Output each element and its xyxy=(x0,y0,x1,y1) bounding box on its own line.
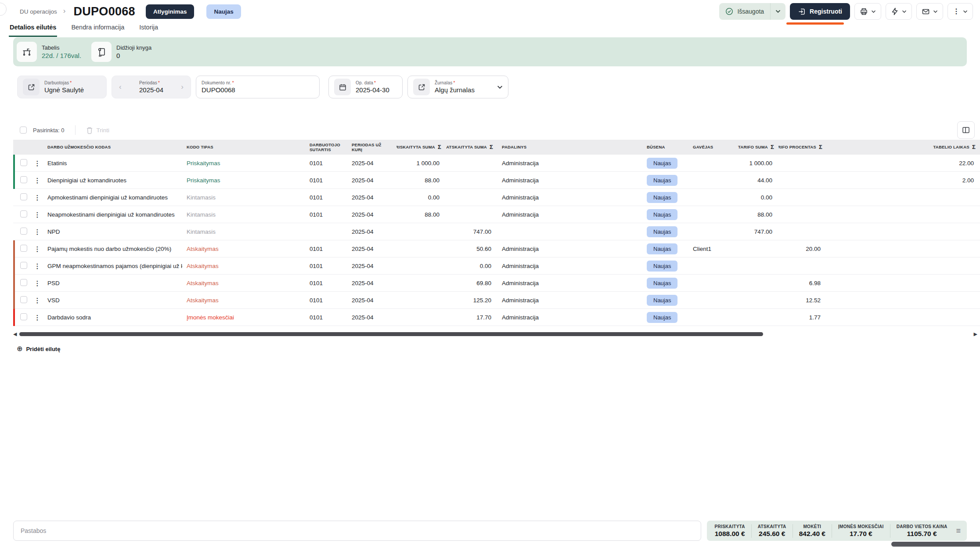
scrollbar-thumb[interactable] xyxy=(19,332,763,336)
table-row[interactable]: ⋮ NPD Kintamasis 2025-04 747.00 Naujas 7… xyxy=(13,223,980,240)
table-row[interactable]: ⋮ Dienpinigiai už komandiruotes Priskait… xyxy=(13,172,980,189)
document-status-badge: Naujas xyxy=(206,4,241,19)
sigma-icon[interactable]: Σ xyxy=(438,144,441,151)
delete-selected-button[interactable]: Trinti xyxy=(86,127,110,134)
row-checkbox[interactable] xyxy=(20,210,27,217)
row-checkbox[interactable] xyxy=(20,296,27,303)
row-menu-button[interactable]: ⋮ xyxy=(31,262,44,270)
chevron-down-icon xyxy=(871,10,876,13)
row-checkbox[interactable] xyxy=(20,313,27,320)
tab-istorija[interactable]: Istorija xyxy=(138,21,159,37)
previous-period-button[interactable]: ‹ xyxy=(117,83,123,91)
table-row[interactable]: ⋮ GPM neapmokestinamos pajamos (dienpini… xyxy=(13,257,980,275)
row-timesheet-time: 2.00 xyxy=(827,177,980,184)
column-header-timesheet[interactable]: TABELIO LAIKASΣ xyxy=(827,144,980,151)
print-menu-button[interactable] xyxy=(854,3,881,20)
column-header-period[interactable]: PERIODAS UŽ KURĮ xyxy=(347,142,396,152)
chevron-right-icon: › xyxy=(63,7,66,15)
sigma-icon[interactable]: Σ xyxy=(819,144,822,151)
register-button[interactable]: Registruoti xyxy=(790,3,850,20)
row-name: Darbdavio sodra xyxy=(44,314,182,321)
employee-field[interactable]: Darbuotojas* Ugnė Saulytė xyxy=(17,76,107,98)
column-header-accrued[interactable]: PRISKAITYTA SUMAΣ xyxy=(396,144,446,151)
employee-field-label: Darbuotojas xyxy=(44,80,69,85)
row-tariff-pct: 20.00 xyxy=(778,246,827,252)
select-all-checkbox[interactable] xyxy=(20,127,27,134)
row-menu-button[interactable]: ⋮ xyxy=(31,245,44,253)
row-menu-button[interactable]: ⋮ xyxy=(31,177,44,185)
row-checkbox[interactable] xyxy=(20,176,27,183)
row-deducted-sum: 0.00 xyxy=(446,263,497,269)
row-checkbox[interactable] xyxy=(20,159,27,166)
row-checkbox[interactable] xyxy=(20,279,27,286)
next-period-button[interactable]: › xyxy=(179,83,185,91)
ledger-icon xyxy=(91,42,112,62)
row-checkbox[interactable] xyxy=(20,262,27,269)
row-menu-button[interactable]: ⋮ xyxy=(31,228,44,236)
row-checkbox[interactable] xyxy=(20,245,27,252)
timesheet-card[interactable]: Tabelis 22d. / 176val. xyxy=(17,42,91,62)
row-checkbox[interactable] xyxy=(20,228,27,235)
table-row[interactable]: ⋮ Etatinis Priskaitymas 0101 2025-04 1 0… xyxy=(13,155,980,172)
breadcrumb-link[interactable]: DU operacijos xyxy=(20,8,57,15)
operation-date-field[interactable]: Op. data* 2025-04-30 xyxy=(328,76,403,98)
period-field[interactable]: ‹ Periodas* 2025-04 › xyxy=(112,76,191,98)
breadcrumb: DU operacijos › DUPO0068 Atlyginimas Nau… xyxy=(20,0,241,23)
row-menu-button[interactable]: ⋮ xyxy=(31,279,44,287)
totals-menu-button[interactable]: ≡ xyxy=(953,526,965,536)
status-badge: Naujas xyxy=(647,243,677,254)
saved-dropdown-button[interactable] xyxy=(771,3,785,20)
ledger-card[interactable]: Didžioji knyga 0 xyxy=(91,42,166,62)
more-menu-button[interactable]: ⋮ xyxy=(948,3,973,20)
row-checkbox[interactable] xyxy=(20,193,27,200)
table-row[interactable]: ⋮ Apmokestinami dienpinigiai už komandir… xyxy=(13,189,980,206)
journal-field[interactable]: Žurnalas* Algų žurnalas xyxy=(407,76,508,98)
column-header-tariff-pct[interactable]: TARIFO PROCENTASΣ xyxy=(778,144,827,151)
document-number-field[interactable]: Dokumento nr.* DUPO0068 xyxy=(196,76,320,98)
sigma-icon[interactable]: Σ xyxy=(972,144,976,151)
scroll-right-arrow[interactable]: ▶ xyxy=(974,331,977,337)
add-row-button[interactable]: ⊕ Pridėti eilutę xyxy=(17,345,60,352)
required-mark: * xyxy=(158,80,160,85)
column-settings-button[interactable] xyxy=(957,121,975,139)
sidebar-toggle-handle[interactable] xyxy=(0,3,7,16)
notes-input[interactable] xyxy=(13,521,701,541)
table-row[interactable]: ⋮ VSD Atskaitymas 0101 2025-04 125.20 Ad… xyxy=(13,292,980,309)
row-name: Etatinis xyxy=(44,160,182,167)
column-header-department[interactable]: PADALINYS xyxy=(497,145,642,149)
table-row[interactable]: ⋮ PSD Atskaitymas 0101 2025-04 69.80 Adm… xyxy=(13,275,980,292)
table-horizontal-scrollbar[interactable]: ◀ ▶ xyxy=(13,331,977,338)
column-header-contract[interactable]: DARBUOTOJO SUTARTIS xyxy=(305,142,347,152)
column-header-status[interactable]: BŪSENA xyxy=(642,145,688,149)
sigma-icon[interactable]: Σ xyxy=(771,144,774,151)
timesheet-card-value: 22d. / 176val. xyxy=(42,52,81,59)
row-menu-button[interactable]: ⋮ xyxy=(31,297,44,304)
table-row[interactable]: ⋮ Darbdavio sodra Įmonės mokesčiai 0101 … xyxy=(13,309,980,326)
lightning-icon xyxy=(891,7,899,15)
row-name: Apmokestinami dienpinigiai už komandiruo… xyxy=(44,194,182,201)
row-menu-button[interactable]: ⋮ xyxy=(31,314,44,322)
column-header-type[interactable]: KODO TIPAS xyxy=(182,145,305,149)
operation-date-label: Op. data xyxy=(356,80,373,85)
row-name: Dienpinigiai už komandiruotes xyxy=(44,177,182,184)
tab-detalios-eilutes[interactable]: Detalios eilutės xyxy=(9,21,57,37)
column-header-name[interactable]: DARBO UŽMOKESČIO KODAS xyxy=(44,145,182,149)
column-header-tariff-sum[interactable]: TARIFO SUMAΣ xyxy=(735,144,778,151)
actions-menu-button[interactable] xyxy=(886,3,912,20)
column-header-deducted[interactable]: ATSKAITYTA SUMAΣ xyxy=(446,144,497,151)
table-row[interactable]: ⋮ Pajamų mokestis nuo darbo užmokesčio (… xyxy=(13,240,980,257)
scroll-left-arrow[interactable]: ◀ xyxy=(13,331,17,337)
page-horizontal-scrollbar-thumb[interactable] xyxy=(891,542,980,547)
row-menu-button[interactable]: ⋮ xyxy=(31,194,44,202)
email-menu-button[interactable] xyxy=(916,3,943,20)
row-code-type: Kintamasis xyxy=(182,211,305,218)
row-deducted-sum: 50.60 xyxy=(446,246,497,252)
sigma-icon[interactable]: Σ xyxy=(490,144,493,151)
row-accrued-sum: 88.00 xyxy=(396,177,446,184)
row-menu-button[interactable]: ⋮ xyxy=(31,159,44,167)
saved-split-button[interactable]: Išsaugota xyxy=(719,3,785,20)
tab-bendra-informacija[interactable]: Bendra informacija xyxy=(70,21,125,37)
row-menu-button[interactable]: ⋮ xyxy=(31,211,44,219)
column-header-recipient[interactable]: GAVĖJAS xyxy=(688,145,735,149)
table-row[interactable]: ⋮ Neapmokestinami dienpinigiai už komand… xyxy=(13,206,980,223)
